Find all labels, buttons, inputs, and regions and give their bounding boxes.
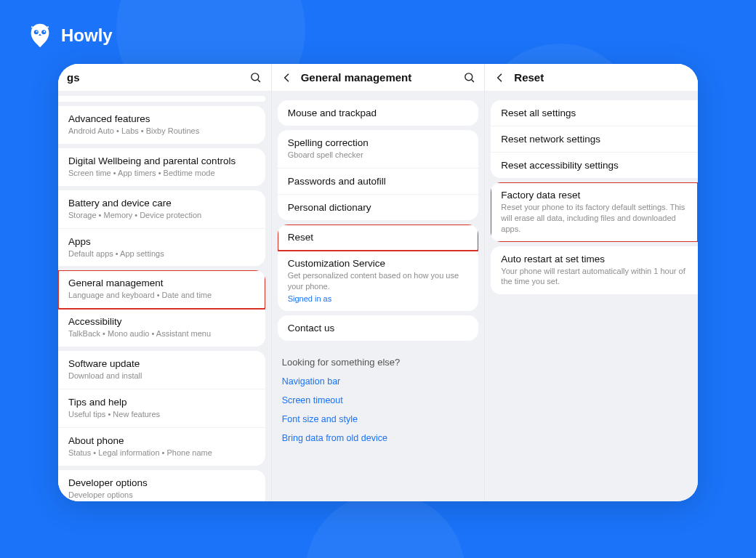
owl-icon	[26, 22, 54, 49]
list-item-title: Auto restart at set times	[501, 254, 688, 264]
list-item-title: Advanced features	[68, 113, 255, 124]
settings-section: Developer optionsDeveloper options	[58, 470, 265, 501]
list-item-title: Reset network settings	[501, 134, 688, 145]
svg-point-6	[465, 73, 472, 81]
settings-section: General managementLanguage and keyboard …	[58, 270, 265, 347]
settings-item[interactable]: Developer optionsDeveloper options	[58, 470, 265, 501]
settings-item[interactable]: Software updateDownload and install	[58, 351, 265, 389]
pane-settings: gs Advanced featuresAndroid Auto • Labs …	[58, 64, 272, 501]
settings-section: ResetCustomization ServiceGet personaliz…	[278, 225, 479, 312]
reset-item[interactable]: Reset accessibility settings	[491, 153, 698, 178]
settings-item[interactable]: General managementLanguage and keyboard …	[58, 270, 265, 309]
svg-point-1	[41, 30, 46, 34]
suggestion-link[interactable]: Bring data from old device	[272, 429, 485, 448]
settings-section: Battery and device careStorage • Memory …	[58, 190, 265, 267]
reset-item[interactable]: Reset network settings	[491, 126, 698, 153]
settings-section: Advanced featuresAndroid Auto • Labs • B…	[58, 106, 265, 144]
search-icon[interactable]	[462, 71, 475, 84]
settings-item[interactable]: Tips and helpUseful tips • New features	[58, 389, 265, 428]
back-icon[interactable]	[281, 72, 294, 84]
list-item-title: Spelling correction	[288, 137, 469, 148]
settings-item[interactable]: AppsDefault apps • App settings	[58, 229, 265, 267]
pane-general-management: General management Mouse and trackpad Sp…	[272, 64, 486, 501]
settings-item[interactable]: Advanced featuresAndroid Auto • Labs • B…	[58, 106, 265, 144]
reset-item[interactable]: Reset all settings	[491, 100, 698, 126]
gm-item[interactable]: Mouse and trackpad	[278, 100, 479, 126]
list-item-title: General management	[68, 278, 255, 288]
gm-item[interactable]: Passwords and autofill	[278, 169, 479, 195]
svg-point-0	[34, 30, 39, 34]
list-item-sublink: Signed in as	[288, 294, 469, 304]
settings-section: Software updateDownload and installTips …	[58, 351, 265, 466]
list-item-subtitle: Status • Legal information • Phone name	[68, 448, 255, 458]
settings-item[interactable]: About phoneStatus • Legal information • …	[58, 428, 265, 466]
brand-logo: Howly	[26, 22, 113, 49]
reset-item[interactable]: Factory data resetReset your phone to it…	[491, 182, 698, 242]
list-item-peek	[58, 96, 265, 102]
list-item-subtitle: Useful tips • New features	[68, 409, 255, 420]
list-item-title: Developer options	[68, 477, 255, 488]
list-item-title: Personal dictionary	[288, 202, 469, 213]
suggestion-link[interactable]: Font size and style	[272, 410, 485, 429]
svg-line-7	[472, 80, 474, 82]
settings-section: Reset all settingsReset network settings…	[491, 100, 698, 178]
svg-point-2	[36, 31, 37, 32]
settings-section: Auto restart at set timesYour phone will…	[491, 246, 698, 295]
list-item-subtitle: Get personalized content based on how yo…	[288, 270, 469, 292]
settings-item[interactable]: Battery and device careStorage • Memory …	[58, 190, 265, 229]
settings-section: Mouse and trackpad	[278, 100, 479, 126]
list-item-title: Reset accessibility settings	[501, 160, 688, 171]
list-item-subtitle: Default apps • App settings	[68, 248, 255, 259]
list-item-subtitle: Language and keyboard • Date and time	[68, 290, 255, 301]
list-item-subtitle: Gboard spell checker	[288, 150, 469, 161]
reset-item[interactable]: Auto restart at set timesYour phone will…	[491, 246, 698, 295]
gm-item[interactable]: Contact us	[278, 315, 479, 341]
list-item-subtitle: Android Auto • Labs • Bixby Routines	[68, 126, 255, 137]
list-item-subtitle: Storage • Memory • Device protection	[68, 210, 255, 221]
settings-section: Digital Wellbeing and parental controlsS…	[58, 148, 265, 186]
settings-section: Spelling correctionGboard spell checkerP…	[278, 130, 479, 220]
pane2-header: General management	[272, 64, 485, 92]
pane-reset: Reset Reset all settingsReset network se…	[485, 64, 698, 501]
list-item-title: Mouse and trackpad	[288, 108, 469, 118]
list-item-title: Software update	[68, 358, 255, 369]
list-item-title: Tips and help	[68, 397, 255, 408]
list-item-title: Contact us	[288, 323, 469, 333]
list-item-title: Reset all settings	[501, 108, 688, 118]
pane1-header: gs	[58, 64, 271, 92]
page-title: gs	[67, 71, 242, 84]
settings-item[interactable]: AccessibilityTalkBack • Mono audio • Ass…	[58, 309, 265, 347]
page-title: General management	[301, 71, 456, 84]
list-item-subtitle: Developer options	[68, 490, 255, 501]
list-item-subtitle: TalkBack • Mono audio • Assistant menu	[68, 328, 255, 339]
gm-item[interactable]: Customization ServiceGet personalized co…	[278, 251, 479, 312]
list-item-subtitle: Your phone will restart automatically wi…	[501, 266, 688, 288]
pane3-header: Reset	[485, 64, 698, 92]
settings-item[interactable]: Digital Wellbeing and parental controlsS…	[58, 148, 265, 186]
gm-item[interactable]: Spelling correctionGboard spell checker	[278, 130, 479, 169]
gm-item[interactable]: Reset	[278, 225, 479, 251]
svg-line-5	[258, 80, 260, 82]
list-item-title: Apps	[68, 236, 255, 247]
page-title: Reset	[514, 71, 689, 84]
list-item-title: Factory data reset	[501, 190, 688, 201]
list-item-title: Battery and device care	[68, 198, 255, 209]
list-item-title: Accessibility	[68, 316, 255, 327]
list-item-subtitle: Download and install	[68, 371, 255, 381]
screenshots-card: gs Advanced featuresAndroid Auto • Labs …	[58, 64, 698, 501]
list-item-title: Passwords and autofill	[288, 176, 469, 187]
svg-point-3	[44, 31, 45, 32]
list-item-title: Digital Wellbeing and parental controls	[68, 155, 255, 166]
settings-section: Factory data resetReset your phone to it…	[491, 182, 698, 242]
search-icon[interactable]	[249, 71, 262, 84]
bg-circle	[305, 493, 465, 558]
back-icon[interactable]	[494, 72, 507, 84]
gm-item[interactable]: Personal dictionary	[278, 195, 479, 220]
suggestion-link[interactable]: Screen timeout	[272, 391, 485, 410]
list-item-title: Customization Service	[288, 258, 469, 269]
suggestion-link[interactable]: Navigation bar	[272, 372, 485, 391]
list-item-title: About phone	[68, 435, 255, 446]
brand-name: Howly	[61, 25, 113, 46]
list-item-subtitle: Reset your phone to its factory default …	[501, 202, 688, 235]
list-item-subtitle: Screen time • App timers • Bedtime mode	[68, 168, 255, 179]
